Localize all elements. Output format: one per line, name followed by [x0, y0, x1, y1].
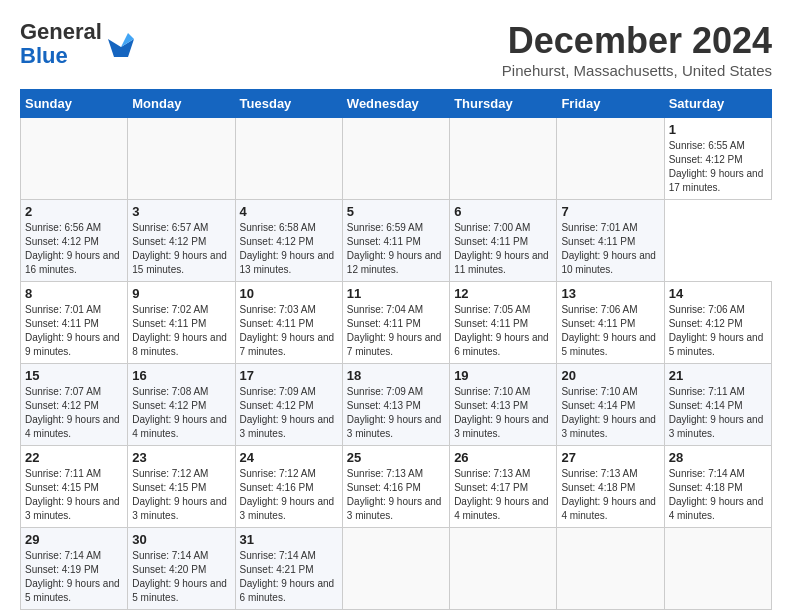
calendar-day: 12Sunrise: 7:05 AMSunset: 4:11 PMDayligh…	[450, 282, 557, 364]
calendar-day: 10Sunrise: 7:03 AMSunset: 4:11 PMDayligh…	[235, 282, 342, 364]
day-number: 17	[240, 368, 338, 383]
day-number: 8	[25, 286, 123, 301]
calendar-week-2: 8Sunrise: 7:01 AMSunset: 4:11 PMDaylight…	[21, 282, 772, 364]
calendar-day: 30Sunrise: 7:14 AMSunset: 4:20 PMDayligh…	[128, 528, 235, 610]
day-info: Sunrise: 7:06 AMSunset: 4:11 PMDaylight:…	[561, 303, 659, 359]
empty-cell	[557, 118, 664, 200]
svg-marker-0	[108, 39, 134, 57]
day-info: Sunrise: 7:14 AMSunset: 4:21 PMDaylight:…	[240, 549, 338, 605]
day-info: Sunrise: 7:11 AMSunset: 4:15 PMDaylight:…	[25, 467, 123, 523]
calendar-day: 24Sunrise: 7:12 AMSunset: 4:16 PMDayligh…	[235, 446, 342, 528]
calendar-week-5: 29Sunrise: 7:14 AMSunset: 4:19 PMDayligh…	[21, 528, 772, 610]
empty-cell	[450, 118, 557, 200]
empty-cell	[128, 118, 235, 200]
day-number: 27	[561, 450, 659, 465]
day-number: 21	[669, 368, 767, 383]
logo: General Blue	[20, 20, 136, 68]
day-info: Sunrise: 7:13 AMSunset: 4:18 PMDaylight:…	[561, 467, 659, 523]
logo-text: General Blue	[20, 20, 102, 68]
calendar-day: 17Sunrise: 7:09 AMSunset: 4:12 PMDayligh…	[235, 364, 342, 446]
calendar-day: 20Sunrise: 7:10 AMSunset: 4:14 PMDayligh…	[557, 364, 664, 446]
day-info: Sunrise: 6:59 AMSunset: 4:11 PMDaylight:…	[347, 221, 445, 277]
day-number: 28	[669, 450, 767, 465]
day-info: Sunrise: 7:04 AMSunset: 4:11 PMDaylight:…	[347, 303, 445, 359]
calendar-day	[664, 528, 771, 610]
calendar-day: 28Sunrise: 7:14 AMSunset: 4:18 PMDayligh…	[664, 446, 771, 528]
day-info: Sunrise: 6:55 AMSunset: 4:12 PMDaylight:…	[669, 139, 767, 195]
calendar-day	[450, 528, 557, 610]
location: Pinehurst, Massachusetts, United States	[502, 62, 772, 79]
day-info: Sunrise: 7:14 AMSunset: 4:18 PMDaylight:…	[669, 467, 767, 523]
day-number: 11	[347, 286, 445, 301]
day-info: Sunrise: 7:01 AMSunset: 4:11 PMDaylight:…	[25, 303, 123, 359]
day-info: Sunrise: 7:09 AMSunset: 4:13 PMDaylight:…	[347, 385, 445, 441]
calendar-day	[342, 528, 449, 610]
calendar-week-1: 2Sunrise: 6:56 AMSunset: 4:12 PMDaylight…	[21, 200, 772, 282]
month-title: December 2024	[502, 20, 772, 62]
empty-cell	[235, 118, 342, 200]
calendar-day: 11Sunrise: 7:04 AMSunset: 4:11 PMDayligh…	[342, 282, 449, 364]
day-number: 30	[132, 532, 230, 547]
day-number: 12	[454, 286, 552, 301]
day-info: Sunrise: 7:10 AMSunset: 4:14 PMDaylight:…	[561, 385, 659, 441]
calendar-day: 5Sunrise: 6:59 AMSunset: 4:11 PMDaylight…	[342, 200, 449, 282]
page-header: General Blue December 2024 Pinehurst, Ma…	[20, 20, 772, 79]
day-number: 31	[240, 532, 338, 547]
day-number: 13	[561, 286, 659, 301]
calendar-day: 1Sunrise: 6:55 AMSunset: 4:12 PMDaylight…	[664, 118, 771, 200]
header-monday: Monday	[128, 90, 235, 118]
title-area: December 2024 Pinehurst, Massachusetts, …	[502, 20, 772, 79]
day-info: Sunrise: 7:14 AMSunset: 4:20 PMDaylight:…	[132, 549, 230, 605]
day-info: Sunrise: 7:08 AMSunset: 4:12 PMDaylight:…	[132, 385, 230, 441]
day-info: Sunrise: 7:11 AMSunset: 4:14 PMDaylight:…	[669, 385, 767, 441]
empty-cell	[342, 118, 449, 200]
header-friday: Friday	[557, 90, 664, 118]
day-number: 7	[561, 204, 659, 219]
calendar-table: SundayMondayTuesdayWednesdayThursdayFrid…	[20, 89, 772, 610]
calendar-day: 8Sunrise: 7:01 AMSunset: 4:11 PMDaylight…	[21, 282, 128, 364]
calendar-day: 23Sunrise: 7:12 AMSunset: 4:15 PMDayligh…	[128, 446, 235, 528]
calendar-day: 13Sunrise: 7:06 AMSunset: 4:11 PMDayligh…	[557, 282, 664, 364]
day-number: 15	[25, 368, 123, 383]
calendar-day: 29Sunrise: 7:14 AMSunset: 4:19 PMDayligh…	[21, 528, 128, 610]
day-number: 4	[240, 204, 338, 219]
day-number: 18	[347, 368, 445, 383]
day-number: 24	[240, 450, 338, 465]
day-number: 1	[669, 122, 767, 137]
day-info: Sunrise: 7:02 AMSunset: 4:11 PMDaylight:…	[132, 303, 230, 359]
day-info: Sunrise: 7:10 AMSunset: 4:13 PMDaylight:…	[454, 385, 552, 441]
day-number: 19	[454, 368, 552, 383]
day-number: 14	[669, 286, 767, 301]
day-info: Sunrise: 6:58 AMSunset: 4:12 PMDaylight:…	[240, 221, 338, 277]
calendar-day: 22Sunrise: 7:11 AMSunset: 4:15 PMDayligh…	[21, 446, 128, 528]
empty-cell	[21, 118, 128, 200]
day-info: Sunrise: 7:13 AMSunset: 4:17 PMDaylight:…	[454, 467, 552, 523]
header-saturday: Saturday	[664, 90, 771, 118]
day-info: Sunrise: 7:05 AMSunset: 4:11 PMDaylight:…	[454, 303, 552, 359]
calendar-day: 4Sunrise: 6:58 AMSunset: 4:12 PMDaylight…	[235, 200, 342, 282]
day-number: 25	[347, 450, 445, 465]
calendar-header-row: SundayMondayTuesdayWednesdayThursdayFrid…	[21, 90, 772, 118]
day-info: Sunrise: 7:01 AMSunset: 4:11 PMDaylight:…	[561, 221, 659, 277]
calendar-day: 21Sunrise: 7:11 AMSunset: 4:14 PMDayligh…	[664, 364, 771, 446]
day-info: Sunrise: 7:03 AMSunset: 4:11 PMDaylight:…	[240, 303, 338, 359]
day-number: 3	[132, 204, 230, 219]
day-number: 5	[347, 204, 445, 219]
calendar-week-3: 15Sunrise: 7:07 AMSunset: 4:12 PMDayligh…	[21, 364, 772, 446]
day-info: Sunrise: 7:14 AMSunset: 4:19 PMDaylight:…	[25, 549, 123, 605]
day-number: 26	[454, 450, 552, 465]
day-number: 29	[25, 532, 123, 547]
header-tuesday: Tuesday	[235, 90, 342, 118]
header-wednesday: Wednesday	[342, 90, 449, 118]
day-info: Sunrise: 7:12 AMSunset: 4:16 PMDaylight:…	[240, 467, 338, 523]
day-number: 10	[240, 286, 338, 301]
calendar-day: 7Sunrise: 7:01 AMSunset: 4:11 PMDaylight…	[557, 200, 664, 282]
day-info: Sunrise: 7:12 AMSunset: 4:15 PMDaylight:…	[132, 467, 230, 523]
calendar-day: 25Sunrise: 7:13 AMSunset: 4:16 PMDayligh…	[342, 446, 449, 528]
header-sunday: Sunday	[21, 90, 128, 118]
calendar-day: 18Sunrise: 7:09 AMSunset: 4:13 PMDayligh…	[342, 364, 449, 446]
calendar-day: 14Sunrise: 7:06 AMSunset: 4:12 PMDayligh…	[664, 282, 771, 364]
day-info: Sunrise: 7:09 AMSunset: 4:12 PMDaylight:…	[240, 385, 338, 441]
calendar-day: 3Sunrise: 6:57 AMSunset: 4:12 PMDaylight…	[128, 200, 235, 282]
calendar-day: 31Sunrise: 7:14 AMSunset: 4:21 PMDayligh…	[235, 528, 342, 610]
